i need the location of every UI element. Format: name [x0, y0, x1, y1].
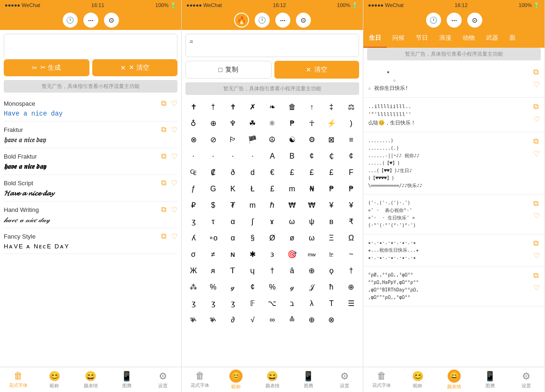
symbol-A[interactable]: A [263, 149, 281, 163]
flame-button[interactable]: 🔥 [234, 13, 249, 28]
cat-tab-greeting[interactable]: 问候 [387, 30, 410, 48]
clear-button-1[interactable]: ✕ ✕ 清空 [92, 59, 178, 76]
symbol-pound3[interactable]: £ [323, 165, 340, 180]
symbol-dot2[interactable]: · [204, 149, 222, 163]
cat-tab-animal[interactable]: 动物 [457, 30, 480, 48]
symbol-florin[interactable]: F [342, 165, 360, 180]
more-button-2[interactable]: ··· [275, 13, 290, 28]
symbol-Zhe[interactable]: Ж [184, 263, 202, 278]
symbol-trash[interactable]: 🗑 [283, 100, 301, 114]
symbol-T-hook[interactable]: Ƭ [224, 263, 242, 278]
symbol-menu[interactable]: ☰ [342, 296, 360, 311]
symbol-equiv[interactable]: ≡ [342, 132, 360, 147]
symbol-dagger[interactable]: † [204, 100, 222, 114]
symbol-colon-c[interactable]: ₵ [323, 149, 340, 163]
symbol-cross2[interactable]: ✝ [224, 100, 242, 114]
symbol-script-g[interactable]: ℊ [224, 280, 242, 294]
history-button-3[interactable]: 🕐 [426, 13, 441, 28]
symbol-floral[interactable]: ❧ [263, 100, 281, 114]
more-button-1[interactable]: ··· [83, 13, 98, 28]
symbol-partial2[interactable]: ⅌ [204, 312, 222, 327]
symbol-euro[interactable]: € [263, 165, 281, 180]
symbol-flag-black[interactable]: 🏴 [243, 132, 261, 147]
symbol-reversed-e[interactable]: ɜ [263, 247, 281, 261]
symbol-alpha[interactable]: α [224, 214, 242, 229]
nav-nickname-1[interactable]: 😊 昵称 [36, 367, 72, 392]
symbol-h-bar[interactable]: ħ [323, 280, 340, 294]
nav-emoji-3[interactable]: 😄 颜表情 [436, 367, 472, 392]
symbol-xi[interactable]: Ξ [323, 231, 340, 245]
heart-item-6[interactable]: ♡ [533, 283, 540, 292]
copy-icon-monospace[interactable]: ⧉ [161, 99, 166, 108]
symbol-three[interactable]: ʒ [184, 296, 202, 311]
symbol-mw[interactable]: mw [303, 247, 321, 261]
symbol-yen2[interactable]: ¥ [342, 198, 360, 212]
symbol-tugrik[interactable]: ₮ [224, 198, 242, 212]
nav-nickname-3[interactable]: 😊 昵称 [399, 367, 435, 392]
nav-emoji-2[interactable]: 😄 颜表情 [254, 367, 290, 392]
symbol-asterism2[interactable]: ⁂ [184, 280, 202, 294]
symbol-neptune[interactable]: ♆ [224, 116, 242, 131]
copy-icon-fancy[interactable]: ⧉ [161, 232, 166, 241]
symbol-a-circ[interactable]: â [283, 263, 301, 278]
symbol-otimes[interactable]: ⊗ [184, 132, 202, 147]
more-button-3[interactable]: ··· [447, 13, 462, 28]
heart-item-5[interactable]: ♡ [533, 251, 540, 260]
symbol-ruble[interactable]: ₽ [184, 198, 202, 212]
symbol-rupee[interactable]: ₹ [342, 214, 360, 229]
symbol-o-hook[interactable]: ϙ [323, 263, 340, 278]
symbol-Omega[interactable]: Ω [342, 231, 360, 245]
symbol-sigma[interactable]: σ [184, 247, 202, 261]
nav-emoji-1[interactable]: 😄 颜表情 [73, 367, 109, 392]
symbol-B[interactable]: B [283, 149, 301, 163]
heart-icon-fancy[interactable]: ♡ [171, 232, 177, 241]
symbol-three3[interactable]: ʒ [224, 296, 242, 311]
symbol-p2[interactable]: ₱ [342, 181, 360, 196]
symbol-oslash[interactable]: ⊘ [204, 132, 222, 147]
copy-item-3[interactable]: ⧉ [533, 137, 540, 145]
history-button-1[interactable]: 🕐 [63, 13, 78, 28]
symbol-scale[interactable]: ⚖ [342, 100, 360, 114]
symbol-dot3[interactable]: · [224, 149, 242, 163]
symbol-won1[interactable]: ₩ [283, 198, 301, 212]
symbol-ankh[interactable]: ☥ [303, 116, 321, 131]
copy-button-2[interactable]: □ 复制 [185, 61, 272, 79]
symbol-double-dagger[interactable]: ‡ [323, 100, 340, 114]
heart-icon-bold-fraktur[interactable]: ♡ [171, 152, 177, 161]
symbol-partial1[interactable]: ⅌ [184, 312, 202, 327]
symbol-partial[interactable]: ∂ [224, 312, 242, 327]
camera-button-1[interactable]: ⊙ [104, 13, 119, 28]
nav-totem-1[interactable]: 📱 图腾 [109, 367, 145, 392]
symbol-euro-sign[interactable]: ₠ [184, 165, 202, 180]
symbol-ezh[interactable]: ʒ [184, 214, 202, 229]
symbol-naira[interactable]: ₦ [303, 181, 321, 196]
symbol-d[interactable]: d [243, 165, 261, 180]
symbol-m[interactable]: m [283, 181, 301, 196]
symbol-percent2[interactable]: % [263, 280, 281, 294]
cat-tab-weapon[interactable]: 武器 [480, 30, 504, 48]
copy-icon-bold-fraktur[interactable]: ⧉ [161, 152, 166, 161]
symbol-cent2[interactable]: ¢ [342, 149, 360, 163]
symbol-ram-horns[interactable]: ɤ [263, 214, 281, 229]
symbol-tau[interactable]: τ [204, 214, 222, 229]
text-input-area-2[interactable]: = [185, 34, 359, 57]
symbol-dot1[interactable]: · [184, 149, 202, 163]
symbol-dagger2[interactable]: † [263, 263, 281, 278]
symbol-asterism[interactable]: ✱ [243, 247, 261, 261]
nav-settings-3[interactable]: ⚙ 设置 [508, 367, 545, 392]
nav-settings-1[interactable]: ⚙ 设置 [145, 367, 181, 392]
symbol-gear[interactable]: ⚙ [303, 132, 321, 147]
symbol-l-turn[interactable]: ʎ [184, 231, 202, 245]
symbol-hbar[interactable]: ℏ [263, 198, 281, 212]
cat-tab-face[interactable]: 面 [504, 30, 521, 48]
symbol-G[interactable]: G [204, 181, 222, 196]
symbol-cross1[interactable]: ✝ [184, 100, 202, 114]
symbol-circ-o[interactable]: ∘ο [204, 231, 222, 245]
heart-icon-monospace[interactable]: ♡ [171, 99, 177, 108]
symbol-dollar[interactable]: $ [204, 198, 222, 212]
symbol-stroke-o[interactable]: ø [283, 231, 301, 245]
symbol-T[interactable]: T [323, 296, 340, 311]
symbol-pound2[interactable]: £ [303, 165, 321, 180]
symbol-circle-plus3[interactable]: ⊕ [342, 280, 360, 294]
heart-icon-bold-script[interactable]: ♡ [171, 179, 177, 188]
